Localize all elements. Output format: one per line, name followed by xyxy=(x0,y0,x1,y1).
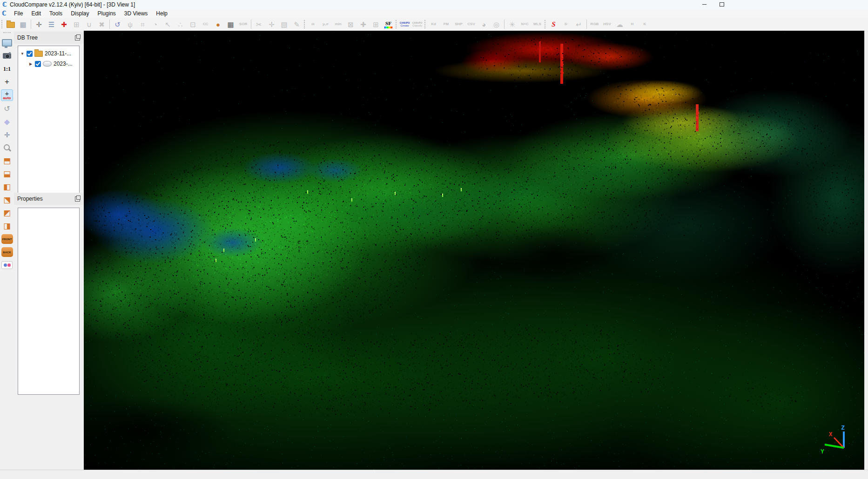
cloud-plain-button[interactable]: ☁ xyxy=(613,19,626,30)
sf-histogram-button[interactable]: ılı xyxy=(307,19,319,30)
kd-tree-button[interactable]: Kd xyxy=(427,19,440,30)
menu-3d-views[interactable]: 3D Views xyxy=(120,9,152,18)
perspective-mode-button[interactable]: ◆ xyxy=(1,116,13,127)
sf-gaussian-filter-button[interactable]: μ,σ xyxy=(319,19,332,30)
screenshot-render-button[interactable] xyxy=(1,50,13,61)
noise-filter-button[interactable]: ▦ xyxy=(224,19,237,30)
toggle-console-button[interactable]: ☰ xyxy=(45,19,58,30)
csv-export-button[interactable]: CSV xyxy=(465,19,478,30)
point-picking-button[interactable]: ψ xyxy=(124,19,136,30)
shp-export-button[interactable]: SHP xyxy=(452,19,465,30)
merge-button[interactable]: ∪ xyxy=(83,19,95,30)
view-back-button[interactable]: ⬔ xyxy=(1,195,13,205)
open-button[interactable] xyxy=(4,19,17,30)
view-right-button[interactable]: ◨ xyxy=(1,221,13,231)
sphere-fit-button[interactable]: ◎ xyxy=(490,19,503,30)
trace-polyline-button[interactable]: ↵ xyxy=(572,19,585,30)
octree-resample-button[interactable]: ⊡ xyxy=(187,19,199,30)
db-tree-float-button[interactable] xyxy=(75,35,80,40)
sf-filter-by-value-button[interactable]: min xyxy=(332,19,344,30)
clipping-box-button[interactable]: ▧ xyxy=(278,19,290,30)
cc-align-button[interactable]: CC xyxy=(199,19,212,30)
menu-display[interactable]: Display xyxy=(67,9,93,18)
toolbar-grip[interactable] xyxy=(396,20,397,28)
sor-filter-button[interactable]: SOR xyxy=(237,19,249,30)
menu-file[interactable]: File xyxy=(10,9,27,18)
cross-section-button[interactable]: ✂ xyxy=(253,19,265,30)
menu-plugins[interactable]: Plugins xyxy=(93,9,120,18)
toolbar-grip[interactable] xyxy=(1,20,2,28)
toolbar-grip[interactable] xyxy=(545,20,545,28)
visibility-checkbox[interactable] xyxy=(35,61,41,67)
3d-view[interactable]: Z X Y xyxy=(84,31,864,470)
translate-rotate-button[interactable]: ↺ xyxy=(111,19,124,30)
back-iso-view-button[interactable]: BACK xyxy=(1,247,13,257)
rotate-view-button[interactable]: ↺ xyxy=(1,103,13,114)
point-list-picking-button[interactable]: ⌗ xyxy=(136,19,149,30)
menu-edit[interactable]: Edit xyxy=(27,9,45,18)
sf-add-constant-button[interactable]: ✚ xyxy=(357,19,370,30)
normals-compute-button[interactable]: N+C xyxy=(518,19,531,30)
visibility-checkbox[interactable] xyxy=(27,51,33,57)
menu-help[interactable]: Help xyxy=(152,9,172,18)
tree-row[interactable]: ▼2023-11-... xyxy=(18,48,79,59)
minimize-button[interactable] xyxy=(698,1,710,8)
toolbar-grip[interactable] xyxy=(304,20,305,28)
trace-polyline-icon: ↵ xyxy=(576,21,582,28)
view-top-button[interactable]: ⬒ xyxy=(1,155,13,166)
sensor-view-button[interactable]: ◔ xyxy=(149,19,161,30)
delete-button[interactable]: ✖ xyxy=(95,19,108,30)
interactive-transform-button[interactable]: ✛ xyxy=(265,19,278,30)
auto-pivot-button[interactable]: +auto xyxy=(1,89,13,101)
point-cloud-canvas[interactable] xyxy=(84,31,864,470)
front-iso-view-button[interactable]: FRONT xyxy=(1,234,13,244)
mls-smoothing-button[interactable]: MLS xyxy=(531,19,544,30)
expand-arrow-icon[interactable]: ▶ xyxy=(28,62,33,66)
clone-button[interactable]: ⊞ xyxy=(70,19,83,30)
sf-text: SF xyxy=(385,20,391,26)
tree-item-label[interactable]: 2023-11-... xyxy=(45,50,71,57)
toolbar-grip[interactable] xyxy=(424,20,425,28)
facets-mesh-button[interactable]: FM xyxy=(440,19,452,30)
toggle-full-screen-button[interactable] xyxy=(1,37,13,48)
menu-tools[interactable]: Tools xyxy=(45,9,67,18)
canupo-classify-button[interactable]: CANUPOClassify xyxy=(411,19,424,30)
sf-delete-button[interactable]: ⊠ xyxy=(344,19,357,30)
spline-fit-points-button[interactable]: S∙ xyxy=(560,19,572,30)
sf-arithmetic-button[interactable]: ⊞ xyxy=(370,19,382,30)
cloud-h-button[interactable]: H xyxy=(626,19,639,30)
octree-resample-icon: ⊡ xyxy=(190,21,196,28)
toolbar-separator xyxy=(586,20,587,29)
pick-rotation-center-button[interactable]: ✛ xyxy=(33,19,45,30)
view-front-button[interactable]: ◧ xyxy=(1,182,13,192)
apply-transformation-button[interactable]: ✚ xyxy=(58,19,70,30)
plugins-puzzle-button[interactable]: ✳ xyxy=(506,19,518,30)
tree-row[interactable]: ▶2023-... xyxy=(18,59,79,69)
view-left-button[interactable]: ◩ xyxy=(1,208,13,218)
zoom-1-1-button[interactable]: 1:1 xyxy=(1,63,13,74)
properties-float-button[interactable] xyxy=(75,196,80,202)
sf-color-scale-button[interactable]: SF xyxy=(382,19,395,30)
poisson-reconstruction-button[interactable]: ● xyxy=(212,19,224,30)
level-button[interactable]: ✎ xyxy=(290,19,303,30)
tree-item-label[interactable]: 2023-... xyxy=(54,61,73,67)
canupo-create-button[interactable]: CANUPOCreate xyxy=(398,19,411,30)
label-2d-button[interactable]: ↖ xyxy=(161,19,174,30)
back-iso-view-icon: BACK xyxy=(1,247,13,257)
restore-button[interactable] xyxy=(716,1,728,8)
zoom-magnifier-button[interactable] xyxy=(1,142,13,153)
pivot-visibility-button[interactable]: ✛ xyxy=(1,129,13,140)
view-bottom-button[interactable]: ⬓ xyxy=(1,169,13,179)
cloud-rgb-button[interactable]: RGB xyxy=(588,19,601,30)
pick-pivot-point-icon: + xyxy=(5,78,9,86)
subsample-button[interactable]: ∴ xyxy=(174,19,187,30)
pick-pivot-point-button[interactable]: + xyxy=(1,76,13,87)
cloud-hsv-button[interactable]: HSV xyxy=(601,19,613,30)
cloud-k-button[interactable]: K xyxy=(639,19,651,30)
stereo-mode-button[interactable] xyxy=(1,260,13,270)
spline-tool-button[interactable]: S xyxy=(547,19,560,30)
dip-direction-button[interactable]: ◕ xyxy=(478,19,490,30)
collapse-arrow-icon[interactable]: ▼ xyxy=(20,52,25,56)
save-button[interactable]: ▦ xyxy=(17,19,29,30)
toolbar-grip[interactable] xyxy=(3,32,11,34)
